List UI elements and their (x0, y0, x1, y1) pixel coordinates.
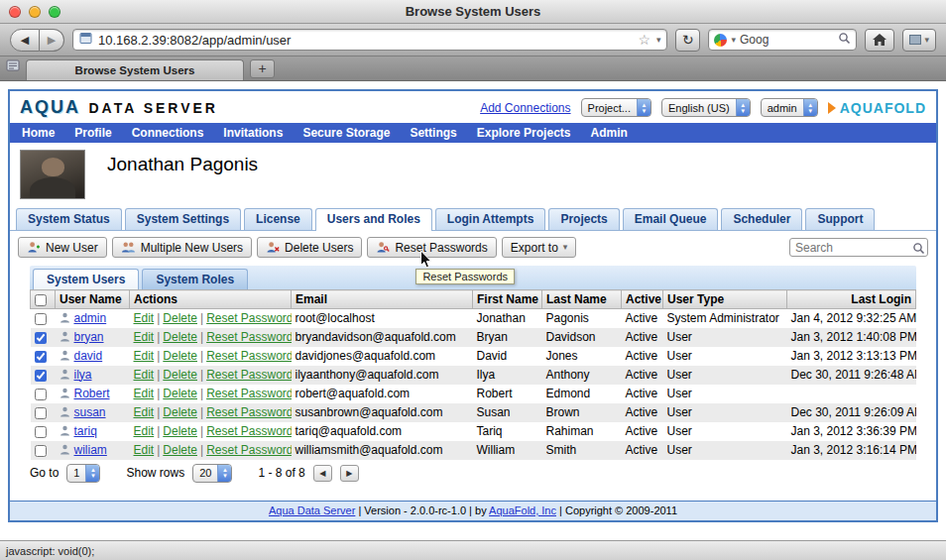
edit-link[interactable]: Edit (134, 443, 155, 457)
tab-projects[interactable]: Projects (548, 208, 619, 230)
tab-license[interactable]: License (244, 208, 312, 230)
col-last-login[interactable]: Last Login (787, 290, 916, 309)
tab-login-attempts[interactable]: Login Attempts (435, 208, 546, 230)
delete-link[interactable]: Delete (163, 311, 197, 325)
nav-settings[interactable]: Settings (410, 126, 456, 140)
edit-link[interactable]: Edit (134, 405, 155, 419)
row-checkbox[interactable] (35, 332, 47, 344)
reset-password-link[interactable]: Reset Password (206, 387, 291, 400)
browser-tab[interactable]: Browse System Users (26, 59, 244, 80)
delete-link[interactable]: Delete (163, 387, 197, 400)
footer-company-link[interactable]: AquaFold, Inc (489, 504, 556, 516)
col-user-type[interactable]: User Type (663, 290, 787, 309)
reset-password-link[interactable]: Reset Password (206, 349, 291, 363)
toolbar-extra-button[interactable]: ▾ (902, 29, 936, 52)
user-search-magnifier-icon[interactable] (912, 241, 925, 259)
goto-page-dropdown[interactable]: 1 ▲▼ (66, 464, 100, 483)
row-checkbox[interactable] (35, 445, 47, 457)
row-checkbox[interactable] (35, 351, 47, 363)
export-to-dropdown[interactable]: Export to ▾ (502, 237, 577, 258)
bookmark-star-icon[interactable]: ☆ (638, 33, 650, 47)
prev-page-button[interactable]: ◀ (313, 465, 332, 482)
reset-password-link[interactable]: Reset Password (206, 368, 291, 382)
nav-profile[interactable]: Profile (74, 126, 111, 140)
tab-system-status[interactable]: System Status (16, 208, 122, 230)
select-all-checkbox[interactable] (35, 294, 47, 306)
nav-admin[interactable]: Admin (590, 126, 627, 140)
row-checkbox[interactable] (35, 389, 47, 400)
edit-link[interactable]: Edit (134, 368, 155, 382)
user-link[interactable]: susan (74, 405, 106, 419)
edit-link[interactable]: Edit (134, 349, 155, 363)
forward-button[interactable]: ▶ (40, 29, 64, 52)
row-checkbox[interactable] (35, 370, 47, 382)
zoom-window-button[interactable] (49, 6, 60, 18)
subtab-system-roles[interactable]: System Roles (142, 269, 248, 289)
close-window-button[interactable] (9, 6, 21, 18)
delete-link[interactable]: Delete (163, 424, 197, 438)
col-last-name[interactable]: Last Name (542, 290, 622, 309)
delete-link[interactable]: Delete (163, 330, 197, 344)
url-bar[interactable]: 10.168.2.39:8082/app/admin/user ☆ ▾ (72, 29, 667, 51)
nav-explore-projects[interactable]: Explore Projects (477, 126, 571, 140)
new-user-button[interactable]: New User (18, 237, 107, 258)
reset-password-link[interactable]: Reset Password (206, 424, 291, 438)
tab-email-queue[interactable]: Email Queue (623, 208, 719, 230)
delete-users-button[interactable]: Delete Users (257, 237, 362, 258)
tab-list-icon[interactable] (6, 58, 20, 76)
col-user-name[interactable]: User Name (56, 290, 130, 309)
window-titlebar[interactable]: Browse System Users (0, 0, 946, 24)
edit-link[interactable]: Edit (134, 387, 155, 400)
edit-link[interactable]: Edit (134, 330, 155, 344)
delete-link[interactable]: Delete (163, 368, 197, 382)
reset-passwords-button[interactable]: Reset Passwords Reset Passwords (367, 237, 496, 258)
search-magnifier-icon[interactable] (838, 31, 851, 49)
reload-button[interactable]: ↻ (675, 29, 700, 52)
language-dropdown[interactable]: English (US) ▲▼ (661, 98, 751, 117)
nav-invitations[interactable]: Invitations (223, 126, 283, 140)
user-link[interactable]: tariq (74, 424, 97, 438)
reset-password-link[interactable]: Reset Password (206, 330, 291, 344)
show-rows-dropdown[interactable]: 20 ▲▼ (192, 464, 232, 483)
web-search-text[interactable]: Goog (740, 33, 834, 47)
search-engine-dropdown-icon[interactable]: ▾ (731, 36, 736, 45)
home-button[interactable] (865, 29, 894, 52)
user-link[interactable]: wiliam (74, 443, 107, 457)
nav-connections[interactable]: Connections (132, 126, 204, 140)
delete-link[interactable]: Delete (163, 443, 197, 457)
tab-users-and-roles[interactable]: Users and Roles (315, 208, 432, 231)
user-search-input[interactable] (789, 238, 928, 257)
reset-password-link[interactable]: Reset Password (206, 443, 291, 457)
multiple-new-users-button[interactable]: Multiple New Users (112, 237, 252, 258)
web-search-bar[interactable]: ▾ Goog (708, 29, 857, 51)
user-link[interactable]: ilya (74, 368, 92, 382)
delete-link[interactable]: Delete (163, 349, 197, 363)
row-checkbox[interactable] (35, 313, 47, 325)
col-email[interactable]: Email (292, 290, 473, 309)
url-text[interactable]: 10.168.2.39:8082/app/admin/user (98, 33, 632, 48)
next-page-button[interactable]: ▶ (340, 465, 359, 482)
row-checkbox[interactable] (35, 407, 47, 419)
tab-system-settings[interactable]: System Settings (125, 208, 241, 230)
subtab-system-users[interactable]: System Users (33, 269, 139, 289)
url-dropdown-icon[interactable]: ▾ (656, 36, 661, 45)
add-connections-link[interactable]: Add Connections (480, 101, 570, 115)
user-dropdown[interactable]: admin ▲▼ (761, 98, 818, 117)
nav-home[interactable]: Home (22, 126, 55, 140)
user-link[interactable]: bryan (74, 330, 104, 344)
minimize-window-button[interactable] (29, 6, 41, 18)
user-link[interactable]: Robert (74, 387, 110, 400)
user-link[interactable]: admin (74, 311, 107, 325)
project-dropdown[interactable]: Project... ▲▼ (581, 98, 651, 117)
new-tab-button[interactable]: + (250, 59, 275, 78)
reset-password-link[interactable]: Reset Password (206, 405, 291, 419)
back-button[interactable]: ◀ (10, 29, 40, 52)
edit-link[interactable]: Edit (134, 424, 155, 438)
user-link[interactable]: david (74, 349, 103, 363)
footer-app-link[interactable]: Aqua Data Server (269, 504, 355, 516)
reset-password-link[interactable]: Reset Password (206, 311, 291, 325)
row-checkbox[interactable] (35, 426, 47, 438)
tab-support[interactable]: Support (805, 208, 875, 230)
col-active[interactable]: Active (622, 290, 663, 309)
col-first-name[interactable]: First Name (473, 290, 542, 309)
